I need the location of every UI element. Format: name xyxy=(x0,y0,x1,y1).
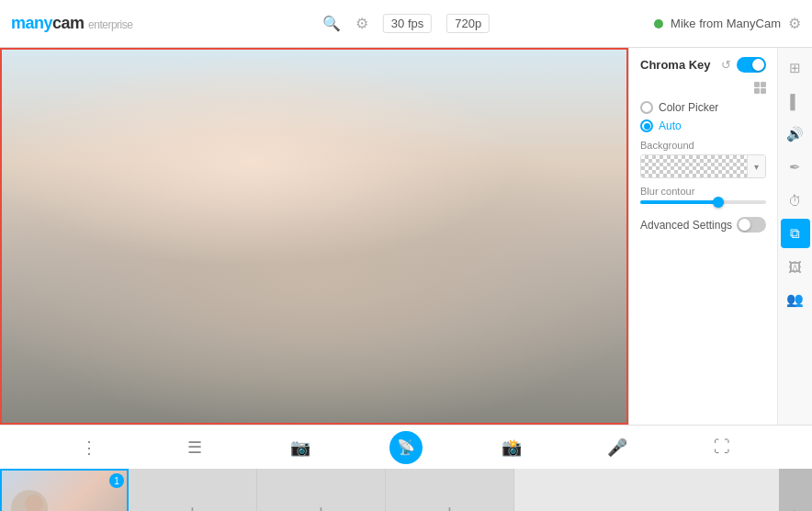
resolution-badge[interactable]: 720p xyxy=(446,14,490,33)
topbar-gear-icon[interactable]: ⚙ xyxy=(788,15,801,32)
thumbnail-strip: 1 + + + › xyxy=(0,469,812,511)
advanced-settings-row: Advanced Settings xyxy=(640,217,766,233)
auto-label: Auto xyxy=(659,119,682,132)
topbar-right: Mike from ManyCam ⚙ xyxy=(654,15,801,32)
mic-btn[interactable]: 🎤 xyxy=(601,431,634,464)
bg-dropdown-arrow[interactable]: ▾ xyxy=(747,155,765,177)
chroma-key-header: Chroma Key ↺ xyxy=(640,57,766,73)
layout-grid-icon[interactable] xyxy=(754,82,766,94)
thumb-item-add-1[interactable]: + xyxy=(129,469,257,511)
chroma-key-actions: ↺ xyxy=(721,57,766,73)
color-picker-option[interactable]: Color Picker xyxy=(640,101,766,114)
advanced-settings-label: Advanced Settings xyxy=(640,219,732,232)
background-picker[interactable]: ▾ xyxy=(640,154,766,178)
video-btn[interactable]: 📷 xyxy=(284,431,317,464)
snapshot-btn[interactable]: 📸 xyxy=(495,431,528,464)
sidebar-btn-clock[interactable]: ⏱ xyxy=(781,186,810,215)
more-options-btn[interactable]: ⋮ xyxy=(73,431,106,464)
video-frame xyxy=(2,50,626,423)
thumb-next-btn[interactable]: › xyxy=(779,469,812,511)
zoom-icon[interactable]: 🔍 xyxy=(322,15,341,32)
fps-badge[interactable]: 30 fps xyxy=(383,14,432,33)
logo-brand: many xyxy=(11,14,52,32)
logo-edition: enterprise xyxy=(88,18,132,31)
thumb-badge-0: 1 xyxy=(109,473,124,488)
bg-checker-pattern xyxy=(641,155,747,177)
user-status-dot xyxy=(654,19,663,28)
panel-content: Chroma Key ↺ Color Picker Auto xyxy=(629,48,777,425)
color-picker-label: Color Picker xyxy=(659,101,718,114)
undo-icon[interactable]: ↺ xyxy=(721,58,731,72)
fullscreen-btn[interactable]: ⛶ xyxy=(705,431,739,464)
color-picker-radio[interactable] xyxy=(640,101,653,114)
background-label: Background xyxy=(640,140,766,151)
app-logo: manycam enterprise xyxy=(11,14,132,33)
sidebar-btn-screen[interactable]: ⧉ xyxy=(781,219,810,248)
user-name: Mike from ManyCam xyxy=(671,17,781,30)
thumb-item-add-2[interactable]: + xyxy=(257,469,386,511)
sidebar-btn-photo[interactable]: 🖼 xyxy=(781,252,810,281)
auto-option[interactable]: Auto xyxy=(640,119,766,132)
stream-btn[interactable]: 📡 xyxy=(389,431,423,464)
sidebar-btn-grid[interactable]: ⊞ xyxy=(781,53,810,83)
auto-radio[interactable] xyxy=(640,119,653,132)
bottom-toolbar: ⋮ ☰ 📷 📡 📸 🎤 ⛶ xyxy=(0,425,812,469)
thumb-item-add-3[interactable]: + xyxy=(386,469,514,511)
slider-fill xyxy=(640,200,716,204)
sidebar-btn-brush[interactable]: ✒ xyxy=(781,153,810,182)
topbar-center-controls: 🔍 ⚙ 30 fps 720p xyxy=(322,14,490,33)
advanced-settings-toggle[interactable] xyxy=(737,217,766,233)
right-panel: Chroma Key ↺ Color Picker Auto xyxy=(628,48,812,425)
sidebar-btn-speaker[interactable]: 🔊 xyxy=(781,119,810,149)
sidebar-btn-users[interactable]: 👥 xyxy=(781,285,810,314)
logo-product: cam xyxy=(52,14,85,32)
sidebar-btn-bar-chart[interactable]: ▌ xyxy=(781,86,810,116)
video-bg xyxy=(2,50,626,423)
settings-icon[interactable]: ⚙ xyxy=(355,15,368,32)
video-preview xyxy=(0,48,628,425)
chroma-key-title: Chroma Key xyxy=(640,58,711,72)
chroma-key-toggle[interactable] xyxy=(737,57,766,73)
main-area: Chroma Key ↺ Color Picker Auto xyxy=(0,48,812,425)
blur-contour-label: Blur contour xyxy=(640,186,766,197)
layers-btn[interactable]: ☰ xyxy=(178,431,211,464)
slider-thumb[interactable] xyxy=(713,197,724,208)
slider-track xyxy=(640,200,766,204)
top-bar: manycam enterprise 🔍 ⚙ 30 fps 720p Mike … xyxy=(0,0,812,48)
blur-contour-slider[interactable] xyxy=(640,200,766,204)
thumb-img-0 xyxy=(2,471,127,511)
panel-sidebar: ⊞ ▌ 🔊 ✒ ⏱ ⧉ 🖼 👥 xyxy=(777,48,812,425)
thumb-item-0[interactable]: 1 xyxy=(0,469,129,511)
